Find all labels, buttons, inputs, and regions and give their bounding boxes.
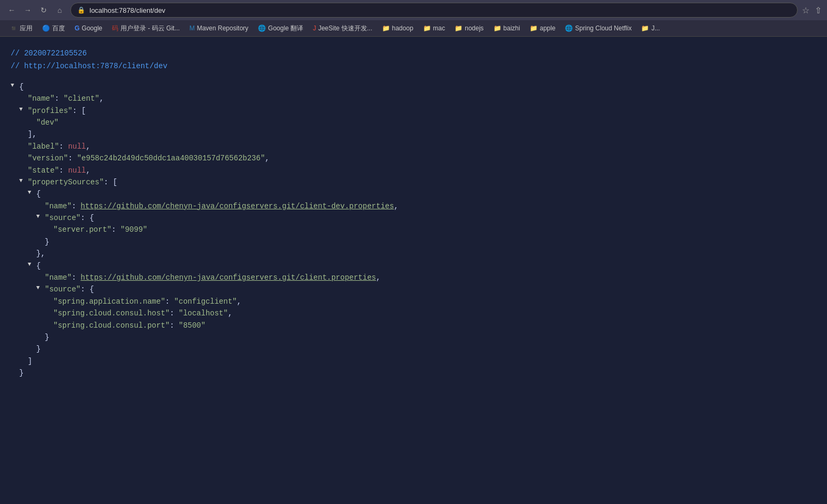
- bookmark-j[interactable]: 📁 J...: [637, 23, 664, 34]
- profiles-toggle[interactable]: ▼: [19, 105, 26, 115]
- ps-obj1-source: ▼"source": {: [11, 212, 816, 224]
- baidu-icon: 🔵: [42, 25, 50, 32]
- ps-obj1-open: ▼{: [11, 188, 816, 200]
- ps-obj2-close: }: [11, 343, 816, 355]
- ps-obj2-source-toggle[interactable]: ▼: [36, 283, 43, 293]
- ps-obj2-spring-port: "spring.cloud.consul.port": "8500": [11, 320, 816, 331]
- bookmark-jeesite[interactable]: J JeeSite 快速开发...: [309, 22, 376, 35]
- bookmark-j-label: J...: [651, 25, 660, 32]
- share-icon[interactable]: ⇧: [815, 5, 822, 15]
- state-field: "state": null,: [11, 165, 816, 176]
- bookmark-spring-label: Spring Cloud Netflix: [575, 25, 631, 32]
- ps-obj1-server-port: "server.port": "9099": [11, 224, 816, 235]
- profiles-field: ▼"profiles": [: [11, 105, 816, 117]
- comment-url: // http://localhost:7878/client/dev: [11, 60, 816, 72]
- bookmarks-bar: ◾ 应用 🔵 百度 G Google 码 用户登录 - 码云 Git... M …: [0, 20, 827, 36]
- apps-icon: ◾: [10, 25, 18, 32]
- bookmark-apple-label: apple: [540, 25, 555, 32]
- ps-obj1-source-toggle[interactable]: ▼: [36, 212, 43, 222]
- bookmark-nodejs-label: nodejs: [465, 25, 483, 32]
- reload-button[interactable]: ↻: [37, 4, 50, 17]
- profiles-close: ],: [11, 128, 816, 140]
- folder-nodejs-icon: 📁: [455, 25, 463, 32]
- page-content: // 20200722105526 // http://localhost:78…: [0, 37, 827, 504]
- bookmark-jeesite-label: JeeSite 快速开发...: [318, 24, 372, 33]
- ps-obj2-open: ▼{: [11, 260, 816, 272]
- ps-obj1-source-close: }: [11, 236, 816, 248]
- browser-toolbar: ← → ↻ ⌂ 🔒 localhost:7878/client/dev ☆ ⇧: [0, 0, 827, 20]
- bookmark-mcloud[interactable]: 码 用户登录 - 码云 Git...: [108, 22, 184, 35]
- bookmark-apps[interactable]: ◾ 应用: [5, 22, 37, 35]
- version-field: "version": "e958c24b2d49dc50ddc1aa400301…: [11, 152, 816, 164]
- url-text: localhost:7878/client/dev: [90, 6, 165, 14]
- bookmark-maven[interactable]: M Maven Repository: [185, 23, 253, 34]
- ps-obj1-name-link[interactable]: https://github.com/chenyn-java/configser…: [80, 200, 394, 212]
- ps-obj1-toggle[interactable]: ▼: [28, 188, 34, 198]
- ps-obj2-spring-app: "spring.application.name": "configclient…: [11, 296, 816, 307]
- home-button[interactable]: ⌂: [53, 4, 66, 17]
- bookmark-apple[interactable]: 📁 apple: [525, 23, 560, 34]
- spring-icon: 🌐: [565, 25, 573, 32]
- propertysources-toggle[interactable]: ▼: [19, 176, 26, 186]
- propertysources-close: ]: [11, 355, 816, 367]
- lock-icon: 🔒: [77, 6, 85, 14]
- name-field: "name": "client",: [11, 93, 816, 104]
- bookmark-baidu[interactable]: 🔵 百度: [38, 22, 69, 35]
- folder-j-icon: 📁: [641, 25, 649, 32]
- toolbar-right: ☆ ⇧: [802, 5, 822, 15]
- root-open: ▼{: [11, 81, 816, 93]
- folder-baizhi-icon: 📁: [493, 25, 501, 32]
- bookmark-mcloud-label: 用户登录 - 码云 Git...: [120, 24, 180, 33]
- back-button[interactable]: ←: [5, 4, 18, 17]
- bookmark-translate-label: Google 翻译: [268, 24, 303, 33]
- translate-icon: 🌐: [258, 25, 266, 32]
- mcloud-icon: 码: [112, 24, 118, 33]
- json-viewer: ▼{ "name": "client", ▼"profiles": [ "dev…: [11, 81, 816, 379]
- nav-buttons: ← → ↻ ⌂: [5, 4, 66, 17]
- bookmark-hadoop-label: hadoop: [392, 25, 414, 32]
- bookmark-google-label: Google: [82, 25, 102, 32]
- ps-obj1-close: },: [11, 248, 816, 259]
- bookmark-mac[interactable]: 📁 mac: [419, 23, 450, 34]
- root-close: }: [11, 367, 816, 379]
- bookmark-baidu-label: 百度: [52, 24, 65, 33]
- bookmark-spring[interactable]: 🌐 Spring Cloud Netflix: [561, 23, 636, 34]
- bookmark-maven-label: Maven Repository: [197, 25, 248, 32]
- folder-apple-icon: 📁: [530, 25, 538, 32]
- root-toggle[interactable]: ▼: [11, 81, 17, 91]
- jeesite-icon: J: [313, 25, 316, 32]
- ps-obj2-source: ▼"source": {: [11, 283, 816, 295]
- bookmark-baizhi-label: baizhi: [504, 25, 520, 32]
- bookmark-translate[interactable]: 🌐 Google 翻译: [254, 22, 307, 35]
- google-icon: G: [75, 25, 79, 32]
- ps-obj2-spring-host: "spring.cloud.consul.host": "localhost",: [11, 307, 816, 319]
- profiles-dev: "dev": [11, 117, 816, 128]
- star-icon[interactable]: ☆: [802, 5, 809, 15]
- ps-obj2-name: "name": https://github.com/chenyn-java/c…: [11, 272, 816, 283]
- bookmark-apps-label: 应用: [20, 24, 33, 33]
- label-field: "label": null,: [11, 141, 816, 152]
- propertysources-field: ▼"propertySources": [: [11, 176, 816, 188]
- bookmark-hadoop[interactable]: 📁 hadoop: [378, 23, 418, 34]
- maven-icon: M: [189, 25, 194, 32]
- ps-obj1-name: "name": https://github.com/chenyn-java/c…: [11, 200, 816, 212]
- forward-button[interactable]: →: [21, 4, 34, 17]
- bookmark-baizhi[interactable]: 📁 baizhi: [489, 23, 524, 34]
- bookmark-nodejs[interactable]: 📁 nodejs: [450, 23, 488, 34]
- bookmark-mac-label: mac: [433, 25, 445, 32]
- ps-obj2-source-close: }: [11, 331, 816, 343]
- browser-chrome: ← → ↻ ⌂ 🔒 localhost:7878/client/dev ☆ ⇧ …: [0, 0, 827, 37]
- ps-obj2-name-link[interactable]: https://github.com/chenyn-java/configser…: [80, 272, 376, 283]
- ps-obj2-toggle[interactable]: ▼: [28, 260, 34, 270]
- address-bar[interactable]: 🔒 localhost:7878/client/dev: [70, 3, 798, 18]
- folder-mac-icon: 📁: [423, 25, 431, 32]
- comment-timestamp: // 20200722105526: [11, 47, 816, 59]
- bookmark-google[interactable]: G Google: [70, 23, 107, 34]
- folder-hadoop-icon: 📁: [382, 25, 390, 32]
